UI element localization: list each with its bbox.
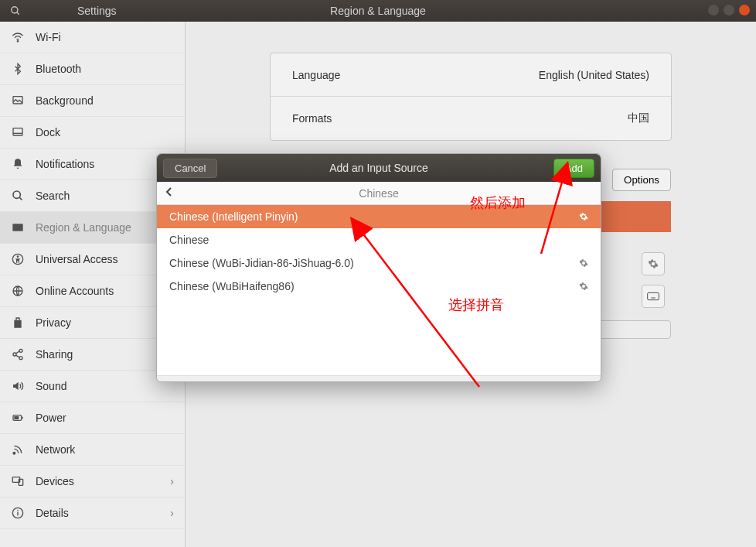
- sidebar-item-label: Network: [36, 443, 174, 456]
- svg-line-7: [19, 197, 22, 200]
- dialog-footer: [157, 375, 601, 381]
- list-empty-space: [157, 298, 601, 375]
- privacy-icon: [11, 316, 25, 330]
- settings-panel: Language English (United States) Formats…: [270, 53, 672, 141]
- svg-point-14: [19, 357, 22, 360]
- svg-point-20: [13, 452, 15, 454]
- power-icon: [11, 411, 25, 425]
- formats-value: 中国: [628, 111, 649, 125]
- sidebar-item-devices[interactable]: Devices ›: [0, 466, 185, 497]
- sound-icon: [11, 379, 25, 393]
- sidebar-item-label: Sharing: [36, 348, 174, 361]
- sidebar-item-power[interactable]: Power: [0, 402, 185, 434]
- formats-row[interactable]: Formats 中国: [271, 97, 671, 140]
- input-source-label: Chinese (WuBiHaifeng86): [169, 280, 295, 292]
- sidebar-item-label: Privacy: [36, 316, 174, 329]
- sidebar-item-dock[interactable]: Dock: [0, 117, 185, 149]
- region-icon: [11, 221, 25, 234]
- maximize-button[interactable]: [724, 5, 734, 15]
- online-icon: [11, 284, 25, 298]
- sidebar-item-label: Sound: [36, 380, 174, 392]
- sidebar-item-label: Details: [36, 507, 159, 519]
- back-icon[interactable]: [165, 186, 172, 197]
- gear-icon: [579, 282, 588, 291]
- details-icon: [11, 506, 25, 520]
- svg-rect-4: [13, 128, 22, 135]
- svg-rect-24: [17, 512, 18, 516]
- dialog-title: Add an Input Source: [329, 162, 428, 174]
- sidebar-item-label: Search: [36, 190, 174, 202]
- sidebar-item-label: Notifications: [36, 158, 174, 170]
- sidebar-item-background[interactable]: Background: [0, 85, 185, 117]
- access-icon: [11, 252, 25, 266]
- input-source-label: Chinese: [169, 234, 209, 246]
- sidebar-item-label: Wi-Fi: [36, 31, 174, 43]
- cancel-button[interactable]: Cancel: [163, 159, 217, 178]
- svg-point-10: [17, 255, 19, 258]
- svg-point-13: [13, 353, 16, 356]
- gear-icon: [579, 258, 588, 268]
- sidebar-item-network[interactable]: Network: [0, 434, 185, 466]
- add-button[interactable]: Add: [553, 159, 594, 178]
- chevron-right-icon: ›: [170, 475, 174, 487]
- background-icon: [11, 94, 25, 108]
- titlebar: Settings Region & Language: [0, 0, 756, 22]
- sidebar-item-details[interactable]: Details ›: [0, 497, 185, 529]
- bell-icon: [11, 157, 25, 171]
- sidebar-item-bluetooth[interactable]: Bluetooth: [0, 53, 185, 85]
- svg-rect-26: [648, 292, 659, 299]
- svg-line-15: [16, 351, 19, 354]
- input-source-item[interactable]: Chinese (WuBi-Jidian-86-JiShuag-6.0): [157, 251, 601, 275]
- page-title: Region & Language: [330, 5, 426, 17]
- input-source-item[interactable]: Chinese (Intelligent Pinyin): [157, 205, 601, 228]
- svg-rect-25: [17, 510, 18, 511]
- input-source-label: Chinese (WuBi-Jidian-86-JiShuag-6.0): [169, 257, 354, 269]
- input-source-item[interactable]: Chinese: [157, 228, 601, 251]
- chevron-right-icon: ›: [170, 507, 174, 519]
- input-source-label: Chinese (Intelligent Pinyin): [169, 210, 298, 223]
- gear-icon[interactable]: [642, 252, 665, 275]
- window-controls: [708, 5, 750, 15]
- search-icon: [11, 189, 25, 203]
- minimize-button[interactable]: [708, 5, 719, 15]
- input-source-list: Chinese (Intelligent Pinyin)ChineseChine…: [157, 205, 601, 298]
- svg-point-12: [19, 349, 22, 352]
- dock-icon: [11, 125, 25, 139]
- sidebar-item-label: Dock: [36, 126, 174, 138]
- close-button[interactable]: [739, 5, 750, 15]
- sidebar-item-label: Background: [36, 94, 174, 107]
- devices-icon: [11, 474, 25, 488]
- bluetooth-icon: [11, 62, 25, 76]
- dialog-subheader: Chinese: [157, 182, 601, 205]
- add-input-source-dialog: Cancel Add an Input Source Add Chinese C…: [156, 153, 601, 382]
- language-value: English (United States): [539, 69, 649, 81]
- formats-label: Formats: [292, 112, 332, 125]
- dialog-header: Cancel Add an Input Source Add: [157, 154, 601, 182]
- sidebar-item-label: Online Accounts: [36, 285, 174, 297]
- svg-rect-19: [15, 417, 19, 419]
- svg-point-0: [12, 7, 18, 13]
- svg-point-6: [13, 191, 20, 198]
- keyboard-icon[interactable]: [642, 285, 665, 308]
- language-label: Language: [292, 69, 340, 81]
- sidebar-item-label: Power: [36, 412, 174, 424]
- sharing-icon: [11, 347, 25, 361]
- svg-line-16: [16, 355, 19, 357]
- wifi-icon: [11, 30, 25, 44]
- sidebar-item-label: Region & Language: [36, 221, 174, 234]
- dialog-language: Chinese: [359, 187, 398, 200]
- network-icon: [11, 443, 25, 456]
- search-icon[interactable]: [0, 0, 31, 22]
- language-row[interactable]: Language English (United States): [271, 53, 671, 97]
- svg-line-1: [17, 12, 19, 15]
- sidebar-item-wifi[interactable]: Wi-Fi: [0, 22, 185, 53]
- options-button[interactable]: Options: [612, 169, 671, 191]
- svg-point-2: [17, 41, 18, 42]
- gear-icon: [579, 212, 588, 221]
- sidebar-item-label: Devices: [36, 475, 159, 487]
- sidebar-item-label: Bluetooth: [36, 63, 174, 75]
- settings-label: Settings: [77, 5, 117, 17]
- svg-rect-8: [12, 224, 22, 231]
- sidebar-item-label: Universal Access: [36, 253, 174, 265]
- input-source-item[interactable]: Chinese (WuBiHaifeng86): [157, 275, 601, 298]
